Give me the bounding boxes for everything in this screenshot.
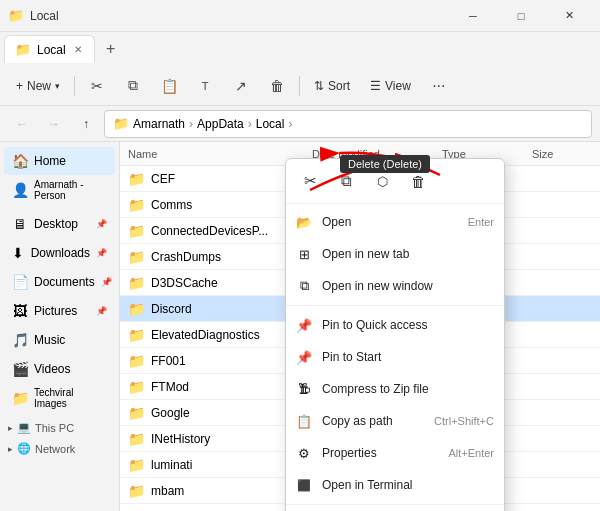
share-button[interactable]: ↗ <box>225 71 257 101</box>
pictures-icon: 🖼 <box>12 303 28 319</box>
cm-separator-1 <box>286 305 504 306</box>
documents-icon: 📄 <box>12 274 28 290</box>
paste-button[interactable]: 📋 <box>153 71 185 101</box>
up-button[interactable]: ↑ <box>72 110 100 138</box>
folder-icon: 📁 <box>128 379 145 395</box>
cm-cut-icon: ✂ <box>304 172 317 190</box>
sidebar-downloads-label: Downloads <box>31 246 90 260</box>
cm-item-open-new-window[interactable]: ⧉ Open in new window <box>286 270 504 302</box>
cm-properties-shortcut: Alt+Enter <box>448 447 494 459</box>
close-button[interactable]: ✕ <box>546 0 592 32</box>
cm-item-copy-path[interactable]: 📋 Copy as path Ctrl+Shift+C <box>286 405 504 437</box>
up-icon: ↑ <box>83 117 89 131</box>
cm-item-compress-zip[interactable]: 🗜 Compress to Zip file <box>286 373 504 405</box>
delete-icon: 🗑 <box>270 78 284 94</box>
sidebar-item-music[interactable]: 🎵 Music <box>4 326 115 354</box>
home-icon: 🏠 <box>12 153 28 169</box>
sidebar-item-documents[interactable]: 📄 Documents 📌 <box>4 268 115 296</box>
tab-local[interactable]: 📁 Local ✕ <box>4 35 95 63</box>
pin-icon-2: 📌 <box>96 248 107 258</box>
window-icon: 📁 <box>8 8 24 24</box>
cm-new-window-label: Open in new window <box>322 279 494 293</box>
maximize-button[interactable]: □ <box>498 0 544 32</box>
pin-icon: 📌 <box>96 219 107 229</box>
copy-button[interactable]: ⧉ <box>117 71 149 101</box>
this-pc-label: This PC <box>35 422 74 434</box>
context-menu: ✂ ⧉ ⬡ 🗑 📂 Open Enter ⊞ Open in new tab ⧉… <box>285 158 505 511</box>
path-part-amarnath: Amarnath <box>133 117 185 131</box>
folder-icon: 📁 <box>128 431 145 447</box>
sidebar-item-user[interactable]: 👤 Amarnath - Person <box>4 176 115 204</box>
sort-icon: ⇅ <box>314 79 324 93</box>
forward-icon: → <box>48 117 60 131</box>
sidebar-user-label: Amarnath - Person <box>34 179 107 201</box>
cm-item-pin-start[interactable]: 📌 Pin to Start <box>286 341 504 373</box>
new-chevron-icon: ▾ <box>55 81 60 91</box>
forward-button[interactable]: → <box>40 110 68 138</box>
back-button[interactable]: ← <box>8 110 36 138</box>
paste-icon: 📋 <box>161 78 178 94</box>
minimize-button[interactable]: ─ <box>450 0 496 32</box>
path-chevron-1: › <box>189 117 193 131</box>
folder-icon: 📁 <box>128 327 145 343</box>
sidebar-item-desktop[interactable]: 🖥 Desktop 📌 <box>4 210 115 238</box>
new-tab-button[interactable]: + <box>97 35 125 63</box>
this-pc-section[interactable]: ▸ 💻 This PC <box>0 417 119 438</box>
view-button[interactable]: ☰ View <box>362 71 419 101</box>
sidebar-techviral-label: Techviral Images <box>34 387 107 409</box>
network-icon: 🌐 <box>17 442 31 455</box>
sidebar-videos-label: Videos <box>34 362 70 376</box>
cm-item-pin-quick-access[interactable]: 📌 Pin to Quick access <box>286 309 504 341</box>
folder-icon: 📁 <box>128 483 145 499</box>
cm-new-tab-label: Open in new tab <box>322 247 494 261</box>
network-section[interactable]: ▸ 🌐 Network <box>0 438 119 459</box>
cm-zip-icon: 🗜 <box>296 382 312 396</box>
new-label: New <box>27 79 51 93</box>
sidebar-item-videos[interactable]: 🎬 Videos <box>4 355 115 383</box>
cm-new-window-icon: ⧉ <box>296 278 312 294</box>
cm-open-icon: 📂 <box>296 215 312 230</box>
new-icon: + <box>16 79 23 93</box>
cm-pin-start-icon: 📌 <box>296 350 312 365</box>
window-controls[interactable]: ─ □ ✕ <box>450 0 592 32</box>
delete-button[interactable]: 🗑 <box>261 71 293 101</box>
tab-close-button[interactable]: ✕ <box>72 42 84 57</box>
cm-terminal-label: Open in Terminal <box>322 478 494 492</box>
cut-button[interactable]: ✂ <box>81 71 113 101</box>
cm-item-properties[interactable]: ⚙ Properties Alt+Enter <box>286 437 504 469</box>
back-icon: ← <box>16 117 28 131</box>
downloads-icon: ⬇ <box>12 245 25 261</box>
folder-icon: 📁 <box>128 353 145 369</box>
cm-properties-icon: ⚙ <box>296 446 312 461</box>
folder-icon: 📁 <box>128 405 145 421</box>
sidebar-item-home[interactable]: 🏠 Home <box>4 147 115 175</box>
view-icon: ☰ <box>370 79 381 93</box>
tab-label: Local <box>37 43 66 57</box>
sidebar-item-downloads[interactable]: ⬇ Downloads 📌 <box>4 239 115 267</box>
sort-button[interactable]: ⇅ Sort <box>306 71 358 101</box>
sidebar-item-pictures[interactable]: 🖼 Pictures 📌 <box>4 297 115 325</box>
cm-item-open-new-tab[interactable]: ⊞ Open in new tab <box>286 238 504 270</box>
folder-icon: 📁 <box>128 457 145 473</box>
sidebar-documents-label: Documents <box>34 275 95 289</box>
sort-label: Sort <box>328 79 350 93</box>
cm-copy-path-shortcut: Ctrl+Shift+C <box>434 415 494 427</box>
address-path[interactable]: 📁 Amarnath › AppData › Local › <box>104 110 592 138</box>
cm-cut-button[interactable]: ✂ <box>296 167 324 195</box>
window-title: Local <box>30 9 450 23</box>
toolbar-separator <box>74 76 75 96</box>
rename-button[interactable]: T <box>189 71 221 101</box>
more-button[interactable]: ··· <box>423 71 455 101</box>
cm-zip-label: Compress to Zip file <box>322 382 494 396</box>
sidebar-item-techviral[interactable]: 📁 Techviral Images <box>4 384 115 412</box>
cm-copy-icon: ⧉ <box>341 172 352 190</box>
network-label: Network <box>35 443 75 455</box>
cm-share-icon: ⬡ <box>377 174 388 189</box>
cm-open-label: Open <box>322 215 458 229</box>
new-button[interactable]: + New ▾ <box>8 71 68 101</box>
cm-properties-label: Properties <box>322 446 438 460</box>
cm-item-open-terminal[interactable]: ⬛ Open in Terminal <box>286 469 504 501</box>
cm-pin-quick-icon: 📌 <box>296 318 312 333</box>
cm-item-open[interactable]: 📂 Open Enter <box>286 206 504 238</box>
cut-icon: ✂ <box>91 78 103 94</box>
